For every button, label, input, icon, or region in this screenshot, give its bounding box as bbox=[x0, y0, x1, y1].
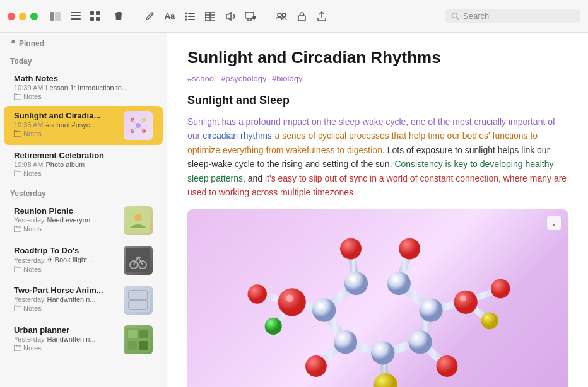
note-thumbnail bbox=[124, 111, 153, 140]
search-placeholder: Search bbox=[463, 11, 489, 21]
svg-point-81 bbox=[305, 355, 327, 377]
folder-icon bbox=[14, 305, 21, 311]
share-icon[interactable] bbox=[314, 9, 329, 24]
svg-text:~~~~~: ~~~~~ bbox=[129, 304, 142, 308]
note-title: Math Notes bbox=[14, 74, 153, 83]
svg-point-13 bbox=[185, 18, 187, 20]
note-title: Reunion Picnic bbox=[14, 206, 119, 216]
svg-point-77 bbox=[340, 238, 362, 260]
svg-point-91 bbox=[286, 295, 294, 303]
note-info: Roadtrip To Do's Yesterday ✈ Book flight… bbox=[14, 246, 119, 273]
sidebar-toggle-icon[interactable] bbox=[48, 9, 63, 24]
svg-point-89 bbox=[393, 277, 399, 283]
svg-point-92 bbox=[460, 296, 466, 302]
svg-point-25 bbox=[452, 13, 457, 18]
svg-rect-7 bbox=[90, 17, 94, 21]
svg-point-71 bbox=[387, 272, 411, 295]
svg-text:▼: ▼ bbox=[254, 16, 256, 19]
svg-rect-12 bbox=[188, 16, 195, 17]
svg-rect-8 bbox=[96, 17, 100, 21]
svg-point-27 bbox=[136, 123, 141, 128]
svg-rect-47 bbox=[128, 330, 137, 338]
list-item[interactable]: Math Notes 10:39 AM Lesson 1: Introducti… bbox=[4, 69, 163, 105]
pinned-section: Pinned bbox=[0, 33, 167, 50]
collaborate-icon[interactable] bbox=[274, 9, 289, 24]
note-folder: Notes bbox=[14, 344, 119, 352]
note-body: Sunlight has a profound impact on the sl… bbox=[187, 115, 568, 199]
note-folder: Notes bbox=[14, 130, 119, 137]
image-expand-button[interactable]: ⌄ bbox=[546, 216, 562, 231]
lock-icon[interactable] bbox=[294, 9, 309, 24]
sidebar: Pinned Today Math Notes 10:39 AM Lesson … bbox=[0, 33, 167, 387]
trash-icon[interactable] bbox=[111, 9, 126, 24]
checklist-icon[interactable] bbox=[182, 9, 197, 24]
note-title: Two-Part Horse Anim... bbox=[14, 286, 119, 295]
tag-psychology[interactable]: #psychology bbox=[221, 74, 266, 83]
note-info: Two-Part Horse Anim... Yesterday Handwri… bbox=[14, 286, 119, 312]
svg-rect-5 bbox=[90, 11, 94, 15]
text-blue: circadian rhythms bbox=[203, 130, 272, 141]
tag-school[interactable]: #school bbox=[187, 74, 216, 83]
tag-biology[interactable]: #biology bbox=[272, 74, 302, 83]
svg-point-84 bbox=[481, 313, 498, 330]
note-title: Urban planner bbox=[14, 325, 119, 335]
folder-icon bbox=[14, 345, 21, 351]
note-thumbnail bbox=[124, 246, 153, 275]
audio-icon[interactable] bbox=[223, 9, 238, 24]
pin-icon bbox=[10, 40, 16, 47]
search-box[interactable]: Search bbox=[445, 9, 580, 23]
compose-icon[interactable] bbox=[142, 9, 157, 24]
svg-rect-3 bbox=[71, 15, 81, 16]
svg-rect-50 bbox=[139, 341, 148, 350]
note-folder: Notes bbox=[14, 93, 153, 100]
list-view-icon[interactable] bbox=[68, 9, 83, 24]
media-icon[interactable]: ▼ bbox=[243, 9, 258, 24]
svg-rect-4 bbox=[71, 18, 81, 20]
svg-point-72 bbox=[420, 299, 443, 322]
note-title: Retirement Celebration bbox=[14, 151, 153, 160]
svg-point-78 bbox=[399, 238, 420, 260]
svg-point-82 bbox=[374, 373, 397, 387]
folder-icon bbox=[14, 130, 21, 137]
section-title: Sunlight and Sleep bbox=[187, 94, 568, 107]
note-thumbnail: ~~~~~ ~~~~~ bbox=[124, 286, 153, 315]
svg-point-69 bbox=[312, 299, 336, 322]
svg-point-85 bbox=[248, 285, 267, 304]
format-icon[interactable]: Aa bbox=[162, 9, 177, 24]
molecule-visualization bbox=[206, 219, 549, 387]
svg-rect-49 bbox=[128, 341, 137, 350]
svg-point-9 bbox=[185, 12, 187, 14]
list-item[interactable]: Two-Part Horse Anim... Yesterday Handwri… bbox=[4, 280, 163, 320]
close-button[interactable] bbox=[8, 13, 15, 20]
note-meta: Yesterday Need everyon... bbox=[14, 216, 119, 224]
note-meta: 10:35 AM #school #psyc... bbox=[14, 121, 119, 129]
minimize-button[interactable] bbox=[19, 13, 26, 20]
grid-view-icon[interactable] bbox=[87, 9, 102, 24]
svg-point-74 bbox=[371, 341, 394, 364]
note-info: Urban planner Yesterday Handwritten n...… bbox=[14, 325, 119, 352]
svg-point-83 bbox=[491, 279, 510, 298]
table-icon[interactable] bbox=[203, 9, 218, 24]
note-meta: Yesterday Handwritten n... bbox=[14, 296, 119, 303]
list-item[interactable]: Sunlight and Ciradia... 10:35 AM #school… bbox=[4, 106, 163, 145]
folder-icon bbox=[14, 266, 21, 272]
tags-container: #school #psychology #biology bbox=[187, 72, 568, 84]
image-container: ⌄ bbox=[187, 209, 568, 387]
list-item[interactable]: Roadtrip To Do's Yesterday ✈ Book flight… bbox=[4, 241, 163, 280]
section-today: Today bbox=[0, 50, 167, 68]
svg-point-76 bbox=[278, 289, 306, 316]
list-item[interactable]: Urban planner Yesterday Handwritten n...… bbox=[4, 320, 163, 359]
note-info: Sunlight and Ciradia... 10:35 AM #school… bbox=[14, 111, 119, 137]
svg-point-11 bbox=[185, 15, 187, 17]
list-item[interactable]: Retirement Celebration 10:08 AM Photo al… bbox=[4, 146, 163, 182]
svg-rect-41 bbox=[126, 288, 150, 312]
list-item[interactable]: Reunion Picnic Yesterday Need everyon...… bbox=[4, 201, 163, 240]
svg-rect-1 bbox=[55, 12, 61, 21]
svg-point-79 bbox=[454, 291, 478, 314]
svg-point-86 bbox=[265, 318, 282, 335]
svg-rect-24 bbox=[298, 16, 305, 21]
maximize-button[interactable] bbox=[30, 13, 38, 20]
note-meta: Yesterday Handwritten n... bbox=[14, 335, 119, 343]
svg-point-37 bbox=[134, 214, 142, 221]
toolbar-divider2 bbox=[266, 9, 266, 24]
